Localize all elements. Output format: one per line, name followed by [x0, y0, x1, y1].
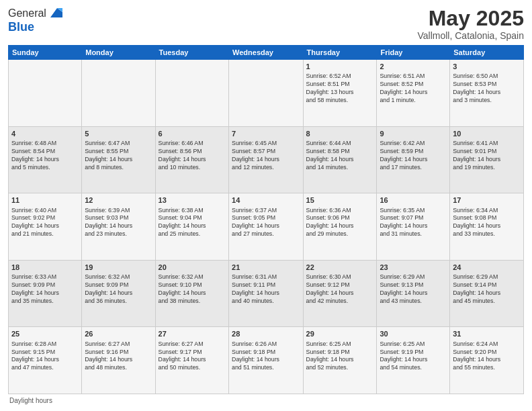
day-header-friday: Friday [377, 46, 450, 60]
page-container: General Blue May 2025 Vallmoll, Cataloni… [0, 0, 532, 411]
week-row-4: 18Sunrise: 6:33 AM Sunset: 9:09 PM Dayli… [9, 260, 524, 327]
calendar-cell: 9Sunrise: 6:42 AM Sunset: 8:59 PM Daylig… [377, 126, 450, 193]
calendar-cell: 26Sunrise: 6:27 AM Sunset: 9:16 PM Dayli… [82, 327, 155, 394]
cell-day-number: 25 [11, 329, 79, 338]
cell-info: Sunrise: 6:50 AM Sunset: 8:53 PM Dayligh… [453, 73, 521, 105]
calendar-cell: 14Sunrise: 6:37 AM Sunset: 9:05 PM Dayli… [229, 193, 304, 261]
week-row-5: 25Sunrise: 6:28 AM Sunset: 9:15 PM Dayli… [9, 327, 524, 394]
calendar-cell: 6Sunrise: 6:46 AM Sunset: 8:56 PM Daylig… [155, 126, 228, 193]
cell-day-number: 21 [232, 263, 300, 272]
day-header-saturday: Saturday [450, 46, 524, 60]
cell-info: Sunrise: 6:29 AM Sunset: 9:13 PM Dayligh… [380, 273, 447, 306]
cell-day-number: 28 [232, 329, 300, 338]
cell-info: Sunrise: 6:27 AM Sunset: 9:17 PM Dayligh… [159, 340, 226, 373]
cell-info: Sunrise: 6:48 AM Sunset: 8:54 PM Dayligh… [11, 140, 79, 172]
week-row-3: 11Sunrise: 6:40 AM Sunset: 9:02 PM Dayli… [9, 193, 524, 261]
calendar-cell: 20Sunrise: 6:32 AM Sunset: 9:10 PM Dayli… [155, 260, 228, 327]
calendar-cell: 4Sunrise: 6:48 AM Sunset: 8:54 PM Daylig… [9, 126, 82, 193]
month-title: May 2025 [418, 7, 525, 30]
cell-info: Sunrise: 6:29 AM Sunset: 9:14 PM Dayligh… [453, 273, 521, 306]
cell-info: Sunrise: 6:28 AM Sunset: 9:15 PM Dayligh… [11, 340, 79, 373]
cell-day-number: 24 [453, 263, 521, 272]
cell-day-number: 20 [159, 263, 226, 272]
logo: General Blue [8, 7, 62, 34]
calendar-cell: 29Sunrise: 6:25 AM Sunset: 9:18 PM Dayli… [303, 327, 377, 394]
calendar-cell: 27Sunrise: 6:27 AM Sunset: 9:17 PM Dayli… [155, 327, 228, 394]
day-header-row: SundayMondayTuesdayWednesdayThursdayFrid… [9, 46, 524, 60]
cell-info: Sunrise: 6:26 AM Sunset: 9:18 PM Dayligh… [232, 340, 300, 373]
day-header-sunday: Sunday [9, 46, 82, 60]
cell-day-number: 9 [380, 129, 447, 138]
calendar-table: SundayMondayTuesdayWednesdayThursdayFrid… [8, 45, 524, 394]
cell-info: Sunrise: 6:32 AM Sunset: 9:09 PM Dayligh… [85, 273, 152, 306]
cell-day-number: 23 [380, 263, 447, 272]
cell-day-number: 6 [159, 129, 226, 138]
cell-day-number: 10 [453, 129, 521, 138]
cell-day-number: 3 [453, 62, 521, 71]
cell-info: Sunrise: 6:30 AM Sunset: 9:12 PM Dayligh… [306, 273, 374, 306]
calendar-cell: 17Sunrise: 6:34 AM Sunset: 9:08 PM Dayli… [450, 193, 524, 261]
cell-info: Sunrise: 6:47 AM Sunset: 8:55 PM Dayligh… [85, 140, 152, 172]
cell-day-number: 15 [306, 195, 374, 205]
calendar-cell: 10Sunrise: 6:41 AM Sunset: 9:01 PM Dayli… [450, 126, 524, 193]
cell-day-number: 22 [306, 263, 374, 272]
calendar-cell [9, 60, 82, 127]
footer-note: Daylight hours [8, 397, 524, 404]
cell-day-number: 19 [85, 263, 152, 272]
cell-info: Sunrise: 6:35 AM Sunset: 9:07 PM Dayligh… [380, 207, 447, 239]
cell-day-number: 14 [232, 195, 300, 205]
cell-day-number: 31 [453, 329, 521, 338]
calendar-cell [82, 60, 155, 127]
calendar-cell: 5Sunrise: 6:47 AM Sunset: 8:55 PM Daylig… [82, 126, 155, 193]
calendar-cell: 28Sunrise: 6:26 AM Sunset: 9:18 PM Dayli… [229, 327, 304, 394]
cell-info: Sunrise: 6:39 AM Sunset: 9:03 PM Dayligh… [85, 207, 152, 239]
cell-day-number: 29 [306, 329, 374, 338]
calendar-cell: 13Sunrise: 6:38 AM Sunset: 9:04 PM Dayli… [155, 193, 228, 261]
title-block: May 2025 Vallmoll, Catalonia, Spain [418, 7, 525, 41]
calendar-cell: 22Sunrise: 6:30 AM Sunset: 9:12 PM Dayli… [303, 260, 377, 327]
calendar-cell: 2Sunrise: 6:51 AM Sunset: 8:52 PM Daylig… [377, 60, 450, 127]
calendar-cell: 30Sunrise: 6:25 AM Sunset: 9:19 PM Dayli… [377, 327, 450, 394]
cell-info: Sunrise: 6:46 AM Sunset: 8:56 PM Dayligh… [159, 140, 226, 172]
cell-day-number: 2 [380, 62, 447, 71]
calendar-cell: 7Sunrise: 6:45 AM Sunset: 8:57 PM Daylig… [229, 126, 304, 193]
day-header-wednesday: Wednesday [229, 46, 304, 60]
week-row-1: 1Sunrise: 6:52 AM Sunset: 8:51 PM Daylig… [9, 60, 524, 127]
cell-day-number: 30 [380, 329, 447, 338]
logo-blue-text: Blue [8, 20, 34, 34]
day-header-thursday: Thursday [303, 46, 377, 60]
location: Vallmoll, Catalonia, Spain [418, 30, 525, 41]
cell-day-number: 8 [306, 129, 374, 138]
cell-day-number: 11 [11, 195, 79, 205]
day-header-tuesday: Tuesday [155, 46, 228, 60]
cell-day-number: 4 [11, 129, 79, 138]
cell-info: Sunrise: 6:45 AM Sunset: 8:57 PM Dayligh… [232, 140, 300, 172]
cell-day-number: 7 [232, 129, 300, 138]
cell-info: Sunrise: 6:41 AM Sunset: 9:01 PM Dayligh… [453, 140, 521, 172]
cell-info: Sunrise: 6:32 AM Sunset: 9:10 PM Dayligh… [159, 273, 226, 306]
cell-day-number: 27 [159, 329, 226, 338]
calendar-cell [155, 60, 228, 127]
cell-day-number: 1 [306, 62, 374, 71]
calendar-cell: 3Sunrise: 6:50 AM Sunset: 8:53 PM Daylig… [450, 60, 524, 127]
calendar-cell: 31Sunrise: 6:24 AM Sunset: 9:20 PM Dayli… [450, 327, 524, 394]
cell-info: Sunrise: 6:40 AM Sunset: 9:02 PM Dayligh… [11, 207, 79, 239]
cell-info: Sunrise: 6:33 AM Sunset: 9:09 PM Dayligh… [11, 273, 79, 306]
calendar-cell: 16Sunrise: 6:35 AM Sunset: 9:07 PM Dayli… [377, 193, 450, 261]
calendar-cell: 15Sunrise: 6:36 AM Sunset: 9:06 PM Dayli… [303, 193, 377, 261]
footer-note-text: Daylight hours [9, 397, 52, 404]
logo-icon [48, 5, 62, 20]
calendar-cell: 21Sunrise: 6:31 AM Sunset: 9:11 PM Dayli… [229, 260, 304, 327]
cell-info: Sunrise: 6:38 AM Sunset: 9:04 PM Dayligh… [159, 207, 226, 239]
calendar-cell: 19Sunrise: 6:32 AM Sunset: 9:09 PM Dayli… [82, 260, 155, 327]
calendar-cell: 1Sunrise: 6:52 AM Sunset: 8:51 PM Daylig… [303, 60, 377, 127]
calendar-cell: 25Sunrise: 6:28 AM Sunset: 9:15 PM Dayli… [9, 327, 82, 394]
cell-info: Sunrise: 6:51 AM Sunset: 8:52 PM Dayligh… [380, 73, 447, 105]
cell-info: Sunrise: 6:42 AM Sunset: 8:59 PM Dayligh… [380, 140, 447, 172]
cell-info: Sunrise: 6:24 AM Sunset: 9:20 PM Dayligh… [453, 340, 521, 373]
calendar-cell [229, 60, 304, 127]
cell-info: Sunrise: 6:37 AM Sunset: 9:05 PM Dayligh… [232, 207, 300, 239]
cell-day-number: 12 [85, 195, 152, 205]
day-header-monday: Monday [82, 46, 155, 60]
calendar-cell: 24Sunrise: 6:29 AM Sunset: 9:14 PM Dayli… [450, 260, 524, 327]
